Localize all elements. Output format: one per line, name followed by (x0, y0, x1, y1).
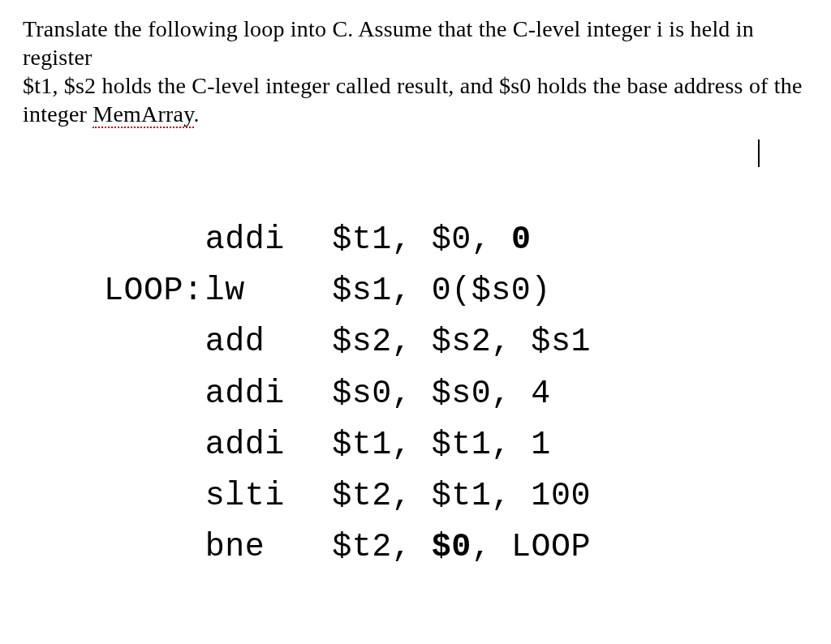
code-args: $s0, $s0, 4 (312, 376, 551, 412)
code-args: $s1, 0($s0) (312, 273, 551, 309)
code-op: slti (205, 470, 312, 522)
text-cursor (758, 140, 760, 167)
question-text: Translate the following loop into C. Ass… (23, 15, 808, 128)
code-op: lw (205, 265, 312, 316)
code-args: $t1, $0, (312, 221, 511, 258)
code-label: LOOP: (104, 265, 205, 316)
code-op: bne (205, 522, 312, 573)
code-op: add (205, 316, 312, 367)
code-args-bold: $0 (432, 529, 471, 565)
code-args: $s2, $s2, $s1 (312, 324, 591, 360)
question-line-3b: . (194, 101, 200, 127)
code-op: addi (205, 214, 312, 265)
question-line-3a: integer (23, 101, 93, 127)
code-args-bold: 0 (511, 221, 532, 258)
question-line-2: $t1, $s2 holds the C-level integer calle… (23, 73, 803, 98)
code-op: addi (205, 368, 312, 419)
code-op: addi (205, 419, 312, 470)
code-args: $t2, $t1, 100 (312, 478, 591, 514)
memarray-word: MemArray (93, 101, 193, 128)
question-line-1: Translate the following loop into C. Ass… (23, 16, 754, 70)
assembly-code: addi $t1, $0, 0 LOOP:lw $s1, 0($s0) add … (104, 214, 808, 573)
page: Translate the following loop into C. Ass… (0, 0, 831, 573)
code-args: $t1, $t1, 1 (312, 427, 551, 463)
code-args: , LOOP (471, 529, 591, 565)
code-args: $t2, (312, 529, 432, 565)
